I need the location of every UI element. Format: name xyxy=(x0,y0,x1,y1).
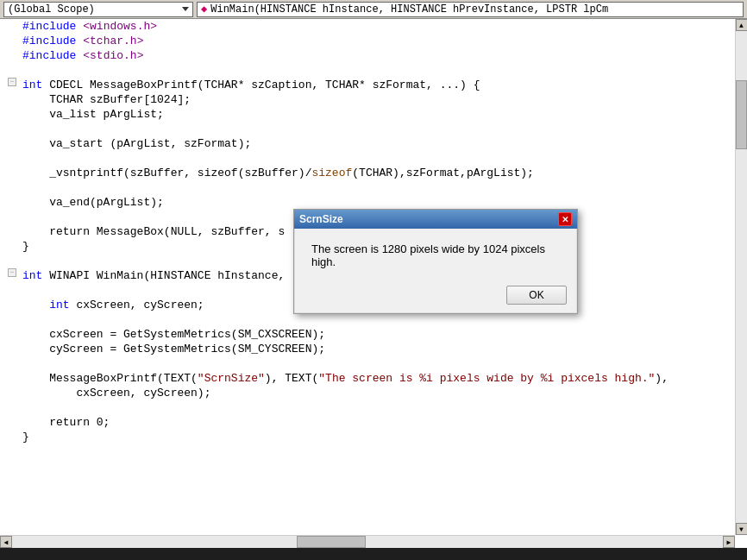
ok-button[interactable]: OK xyxy=(506,286,567,305)
dialog-footer: OK xyxy=(294,280,577,313)
code-line: TCHAR szBuffer[1024]; xyxy=(0,92,747,107)
diamond-icon: ◆ xyxy=(201,3,207,16)
scroll-thumb[interactable] xyxy=(736,80,747,149)
line-content: return 0; xyxy=(22,415,747,430)
code-line: _vsntprintf(szBuffer, sizeof(szBuffer)/s… xyxy=(0,166,747,180)
line-content: TCHAR szBuffer[1024]; xyxy=(22,92,747,107)
line-content: #include <windows.h> xyxy=(22,19,747,34)
code-line xyxy=(0,444,747,459)
hscroll-thumb[interactable] xyxy=(297,536,366,548)
code-line: #include <windows.h> xyxy=(0,19,747,34)
dialog-titlebar: ScrnSize ✕ xyxy=(294,210,577,229)
line-content: _vsntprintf(szBuffer, sizeof(szBuffer)/s… xyxy=(22,166,747,180)
dialog-message: The screen is 1280 pixels wide by 1024 p… xyxy=(311,242,545,268)
line-content: cxScreen, cyScreen); xyxy=(22,386,747,400)
scope-dropdown[interactable]: (Global Scope) xyxy=(3,2,193,17)
dialog-body: The screen is 1280 pixels wide by 1024 p… xyxy=(294,229,577,280)
line-content: #include <tchar.h> xyxy=(22,34,747,48)
line-content xyxy=(22,400,747,415)
hscroll-track[interactable] xyxy=(12,536,723,548)
line-content xyxy=(22,63,747,78)
scroll-track[interactable] xyxy=(736,31,747,523)
code-line: return 0; xyxy=(0,415,747,430)
line-content xyxy=(22,122,747,136)
collapse-button[interactable]: − xyxy=(8,78,16,86)
line-content: va_start (pArgList, szFormat); xyxy=(22,136,747,151)
code-line: #include <tchar.h> xyxy=(0,34,747,48)
collapse-button[interactable]: − xyxy=(8,268,16,277)
scroll-up-button[interactable]: ▲ xyxy=(736,19,748,31)
scroll-left-button[interactable]: ◀ xyxy=(0,536,12,548)
line-content: cyScreen = GetSystemMetrics(SM_CYSCREEN)… xyxy=(22,342,747,356)
scope-label: (Global Scope) xyxy=(8,3,95,16)
vertical-scrollbar[interactable]: ▲ ▼ xyxy=(735,19,747,535)
code-line: cxScreen = GetSystemMetrics(SM_CXSCREEN)… xyxy=(0,327,747,342)
scroll-right-button[interactable]: ▶ xyxy=(723,536,735,548)
dialog: ScrnSize ✕ The screen is 1280 pixels wid… xyxy=(293,209,578,314)
scroll-down-button[interactable]: ▼ xyxy=(736,523,748,535)
dialog-close-button[interactable]: ✕ xyxy=(558,212,572,226)
code-line xyxy=(0,63,747,78)
line-content: MessageBoxPrintf(TEXT("ScrnSize"), TEXT(… xyxy=(22,371,747,386)
code-line: va_start (pArgList, szFormat); xyxy=(0,136,747,151)
code-line: va_end(pArgList); xyxy=(0,195,747,210)
line-content xyxy=(22,312,747,327)
line-content: int CDECL MessageBoxPrintf(TCHAR* szCapt… xyxy=(22,78,747,92)
code-line xyxy=(0,180,747,195)
code-line xyxy=(0,151,747,166)
scope-dropdown-arrow xyxy=(182,7,189,11)
line-content: } xyxy=(22,430,747,444)
line-content xyxy=(22,444,747,459)
code-line: va_list pArgList; xyxy=(0,107,747,122)
line-content xyxy=(22,151,747,166)
func-label: WinMain(HINSTANCE hInstance, HINSTANCE h… xyxy=(210,3,739,16)
code-line: } xyxy=(0,430,747,444)
code-line xyxy=(0,312,747,327)
code-editor[interactable]: #include <windows.h> #include <tchar.h> … xyxy=(0,19,747,548)
line-content: #include <stdio.h> xyxy=(22,48,747,63)
code-line: − int CDECL MessageBoxPrintf(TCHAR* szCa… xyxy=(0,78,747,92)
line-gutter: − xyxy=(3,78,22,86)
code-line: #include <stdio.h> xyxy=(0,48,747,63)
dialog-title: ScrnSize xyxy=(299,213,343,225)
line-content: va_list pArgList; xyxy=(22,107,747,122)
line-content: cxScreen = GetSystemMetrics(SM_CXSCREEN)… xyxy=(22,327,747,342)
func-dropdown[interactable]: ◆ WinMain(HINSTANCE hInstance, HINSTANCE… xyxy=(197,2,744,17)
line-gutter: − xyxy=(3,268,22,277)
toolbar: (Global Scope) ◆ WinMain(HINSTANCE hInst… xyxy=(0,0,747,19)
line-content: va_end(pArgList); xyxy=(22,195,747,210)
line-content xyxy=(22,356,747,371)
code-line xyxy=(0,356,747,371)
line-content xyxy=(22,180,747,195)
code-line xyxy=(0,122,747,136)
code-line xyxy=(0,400,747,415)
horizontal-scrollbar[interactable]: ◀ ▶ xyxy=(0,535,735,548)
code-line: cxScreen, cyScreen); xyxy=(0,386,747,400)
code-line: cyScreen = GetSystemMetrics(SM_CYSCREEN)… xyxy=(0,342,747,356)
code-line: MessageBoxPrintf(TEXT("ScrnSize"), TEXT(… xyxy=(0,371,747,386)
